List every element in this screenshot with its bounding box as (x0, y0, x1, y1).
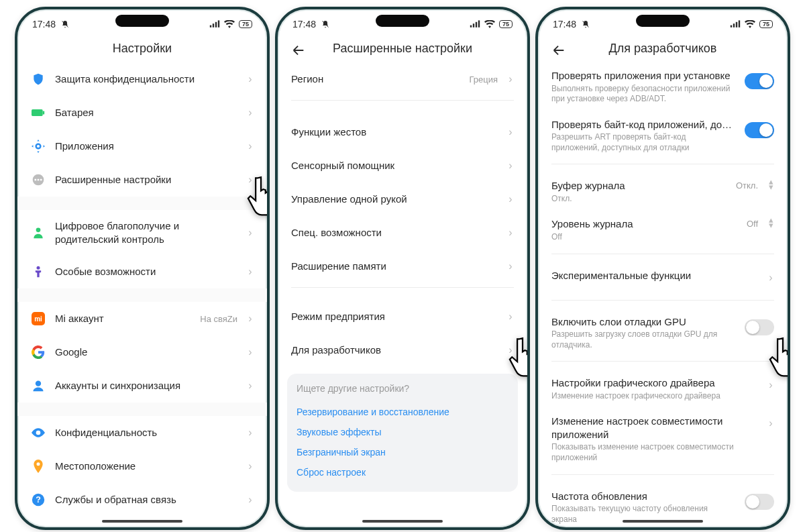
row-subtitle: Разрешить ART проверять байт-код приложе… (551, 132, 735, 153)
status-time: 17:48 (553, 19, 576, 30)
svg-rect-6 (43, 111, 45, 115)
home-indicator (102, 520, 182, 523)
phone-settings: 17:48 75 Настройки Защита конфиденциальн… (15, 7, 270, 530)
svg-rect-5 (32, 109, 43, 116)
chevron-right-icon: › (507, 260, 514, 272)
toggle-switch[interactable] (745, 319, 774, 335)
pin-icon (31, 459, 46, 474)
battery-green-icon (31, 105, 46, 120)
item-apps[interactable]: Приложения › (17, 129, 267, 163)
shield-icon (31, 72, 46, 87)
status-time: 17:48 (32, 19, 56, 30)
toggle-switch[interactable] (745, 73, 774, 89)
dev-row-5[interactable]: Включить слои отладки GPUРазрешить загру… (538, 309, 788, 358)
svg-point-9 (34, 179, 36, 181)
row-value: Откл. (736, 180, 758, 191)
row-title: Буфер журнала (551, 179, 727, 193)
page-title: Расширенные настройки (278, 30, 527, 62)
row-subtitle: Off (551, 232, 737, 243)
dev-row-2[interactable]: Буфер журналаОткл.Откл.▴▾ (538, 172, 788, 211)
row-subtitle: Изменение настроек графического драйвера (551, 391, 758, 402)
svg-rect-1 (210, 25, 211, 28)
item-accessibility[interactable]: Особые возможности › (17, 255, 267, 288)
home-indicator (362, 520, 443, 523)
item-location[interactable]: Местоположение › (17, 449, 267, 483)
suggest-backup[interactable]: Резервирование и восстановление (297, 402, 508, 422)
svg-point-17 (268, 190, 270, 211)
dev-row-6[interactable]: Настройки графического драйвераИзменение… (538, 370, 788, 408)
back-button[interactable] (291, 43, 306, 58)
item-accessibility-adv[interactable]: Спец. возможности› (278, 216, 527, 250)
toggle-switch[interactable] (745, 494, 774, 510)
row-title: Экспериментальные функции (551, 269, 758, 282)
suggest-display[interactable]: Безграничный экран (297, 442, 508, 462)
chevron-right-icon: › (247, 174, 254, 186)
dev-row-4[interactable]: Экспериментальные функции› (538, 262, 788, 296)
row-subtitle: Выполнять проверку безопасности приложен… (551, 84, 735, 105)
item-region[interactable]: Регион Греция › (278, 62, 527, 96)
updown-icon: ▴▾ (767, 217, 774, 228)
chevron-right-icon: › (507, 311, 514, 323)
devopts-list[interactable]: Проверять приложения при установкеВыполн… (538, 62, 788, 527)
battery-icon: 75 (759, 20, 773, 28)
dev-row-1[interactable]: Проверять байт-код приложений, дос…Разре… (538, 111, 788, 160)
svg-point-13 (37, 266, 40, 270)
phone-advanced-settings: 17:48 75 Расширенные настройки Регион Гр… (275, 7, 530, 530)
back-button[interactable] (551, 43, 566, 58)
svg-point-10 (38, 179, 40, 181)
toggle-switch[interactable] (745, 122, 774, 138)
item-wellbeing[interactable]: Цифровое благополучие и родительский кон… (17, 210, 267, 255)
item-privacy[interactable]: Конфиденциальность › (17, 416, 267, 449)
item-memory-ext[interactable]: Расширение памяти› (278, 250, 527, 283)
chevron-right-icon: › (507, 227, 514, 239)
chevron-right-icon: › (247, 313, 254, 325)
chevron-right-icon: › (507, 193, 514, 205)
row-value: Off (747, 219, 758, 229)
accessibility-icon (31, 264, 46, 279)
dev-row-3[interactable]: Уровень журналаOffOff▴▾ (538, 211, 788, 249)
page-title: Для разработчиков (538, 30, 788, 62)
dev-row-7[interactable]: Изменение настроек совместимости приложе… (538, 408, 788, 470)
row-title: Частота обновления (551, 490, 735, 503)
chevron-right-icon: › (247, 380, 254, 392)
item-privacy-protection[interactable]: Защита конфиденциальности › (17, 62, 267, 96)
item-advanced-settings[interactable]: Расширенные настройки › (17, 163, 267, 197)
item-developer-options[interactable]: Для разработчиков› (278, 333, 527, 367)
item-battery[interactable]: Батарея › (17, 96, 267, 129)
mi-icon: mi (31, 311, 46, 326)
gear-icon (31, 139, 46, 154)
chevron-right-icon: › (507, 160, 514, 172)
item-google[interactable]: Google › (17, 335, 267, 369)
suggest-sound[interactable]: Звуковые эффекты (297, 422, 508, 442)
status-time: 17:48 (292, 19, 316, 30)
chevron-right-icon: › (247, 460, 254, 472)
svg-rect-2 (213, 23, 214, 28)
item-gestures[interactable]: Функции жестов› (278, 115, 527, 149)
chevron-right-icon: › (247, 227, 254, 239)
chevron-right-icon: › (507, 126, 514, 138)
bell-off-icon (320, 20, 331, 28)
svg-rect-26 (733, 23, 735, 28)
row-title: Проверять байт-код приложений, дос… (551, 118, 735, 131)
item-mi-account[interactable]: mi Mi аккаунт На свяZи › (17, 302, 267, 335)
item-enterprise[interactable]: Режим предприятия› (278, 300, 527, 333)
item-onehanded[interactable]: Управление одной рукой› (278, 182, 527, 216)
svg-point-7 (36, 144, 41, 149)
row-subtitle: Показывать изменение настроек совместимо… (551, 442, 758, 463)
home-indicator (623, 520, 703, 523)
item-help[interactable]: ? Службы и обратная связь › (17, 483, 267, 517)
svg-rect-21 (476, 22, 477, 28)
status-bar: 17:48 75 (538, 13, 788, 30)
row-title: Настройки графического драйвера (551, 376, 758, 390)
settings-list[interactable]: Защита конфиденциальности › Батарея › Пр… (17, 62, 267, 527)
svg-rect-3 (215, 22, 217, 28)
phone-developer-options: 17:48 75 Для разработчиков Проверять при… (535, 7, 790, 530)
chevron-right-icon: › (247, 73, 254, 85)
item-accounts[interactable]: Аккаунты и синхронизация › (17, 369, 267, 403)
advanced-list[interactable]: Регион Греция › Функции жестов› Сенсорны… (278, 62, 527, 527)
bell-off-icon (580, 20, 591, 28)
item-quickball[interactable]: Сенсорный помощник› (278, 149, 527, 182)
suggest-reset[interactable]: Сброс настроек (297, 462, 508, 482)
dev-row-0[interactable]: Проверять приложения при установкеВыполн… (538, 62, 788, 111)
svg-text:?: ? (36, 495, 41, 504)
